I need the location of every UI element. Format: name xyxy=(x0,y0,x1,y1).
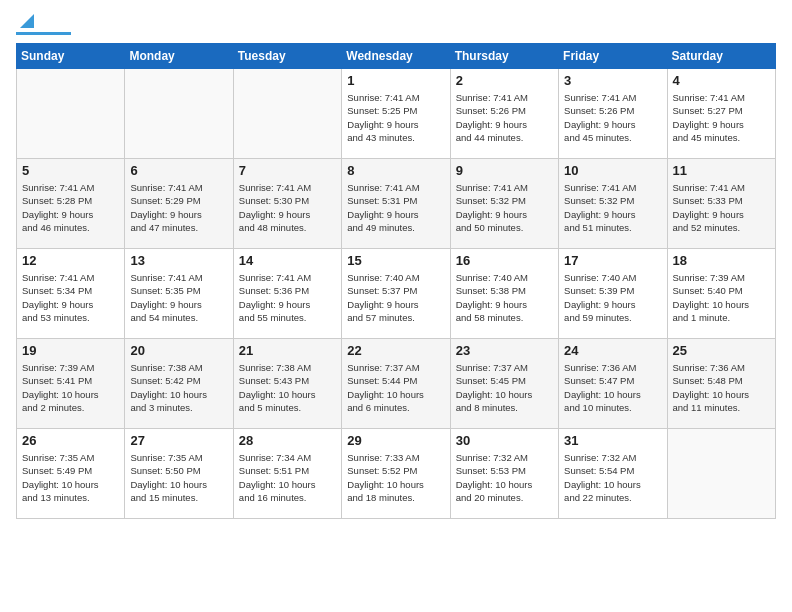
calendar-cell: 27Sunrise: 7:35 AM Sunset: 5:50 PM Dayli… xyxy=(125,429,233,519)
calendar-cell: 2Sunrise: 7:41 AM Sunset: 5:26 PM Daylig… xyxy=(450,69,558,159)
day-number: 17 xyxy=(564,253,661,268)
calendar-cell: 7Sunrise: 7:41 AM Sunset: 5:30 PM Daylig… xyxy=(233,159,341,249)
logo xyxy=(16,16,71,35)
day-number: 11 xyxy=(673,163,770,178)
day-content: Sunrise: 7:38 AM Sunset: 5:43 PM Dayligh… xyxy=(239,361,336,414)
day-number: 13 xyxy=(130,253,227,268)
day-content: Sunrise: 7:41 AM Sunset: 5:32 PM Dayligh… xyxy=(456,181,553,234)
day-content: Sunrise: 7:41 AM Sunset: 5:35 PM Dayligh… xyxy=(130,271,227,324)
svg-marker-0 xyxy=(20,14,34,28)
calendar-cell: 15Sunrise: 7:40 AM Sunset: 5:37 PM Dayli… xyxy=(342,249,450,339)
calendar-cell: 19Sunrise: 7:39 AM Sunset: 5:41 PM Dayli… xyxy=(17,339,125,429)
calendar-cell: 22Sunrise: 7:37 AM Sunset: 5:44 PM Dayli… xyxy=(342,339,450,429)
day-content: Sunrise: 7:41 AM Sunset: 5:34 PM Dayligh… xyxy=(22,271,119,324)
calendar-cell: 13Sunrise: 7:41 AM Sunset: 5:35 PM Dayli… xyxy=(125,249,233,339)
day-content: Sunrise: 7:41 AM Sunset: 5:30 PM Dayligh… xyxy=(239,181,336,234)
day-number: 31 xyxy=(564,433,661,448)
calendar-week-1: 1Sunrise: 7:41 AM Sunset: 5:25 PM Daylig… xyxy=(17,69,776,159)
day-number: 5 xyxy=(22,163,119,178)
calendar-cell: 24Sunrise: 7:36 AM Sunset: 5:47 PM Dayli… xyxy=(559,339,667,429)
calendar-week-5: 26Sunrise: 7:35 AM Sunset: 5:49 PM Dayli… xyxy=(17,429,776,519)
day-number: 9 xyxy=(456,163,553,178)
day-number: 10 xyxy=(564,163,661,178)
day-number: 6 xyxy=(130,163,227,178)
day-content: Sunrise: 7:36 AM Sunset: 5:48 PM Dayligh… xyxy=(673,361,770,414)
day-number: 19 xyxy=(22,343,119,358)
day-number: 12 xyxy=(22,253,119,268)
day-content: Sunrise: 7:41 AM Sunset: 5:26 PM Dayligh… xyxy=(564,91,661,144)
calendar-cell xyxy=(233,69,341,159)
day-content: Sunrise: 7:38 AM Sunset: 5:42 PM Dayligh… xyxy=(130,361,227,414)
calendar-cell: 10Sunrise: 7:41 AM Sunset: 5:32 PM Dayli… xyxy=(559,159,667,249)
logo-underline xyxy=(16,32,71,35)
calendar-week-4: 19Sunrise: 7:39 AM Sunset: 5:41 PM Dayli… xyxy=(17,339,776,429)
day-number: 20 xyxy=(130,343,227,358)
day-content: Sunrise: 7:40 AM Sunset: 5:37 PM Dayligh… xyxy=(347,271,444,324)
calendar-cell: 21Sunrise: 7:38 AM Sunset: 5:43 PM Dayli… xyxy=(233,339,341,429)
day-number: 25 xyxy=(673,343,770,358)
day-number: 29 xyxy=(347,433,444,448)
day-number: 26 xyxy=(22,433,119,448)
calendar-cell: 20Sunrise: 7:38 AM Sunset: 5:42 PM Dayli… xyxy=(125,339,233,429)
calendar-cell: 12Sunrise: 7:41 AM Sunset: 5:34 PM Dayli… xyxy=(17,249,125,339)
day-content: Sunrise: 7:37 AM Sunset: 5:44 PM Dayligh… xyxy=(347,361,444,414)
day-content: Sunrise: 7:34 AM Sunset: 5:51 PM Dayligh… xyxy=(239,451,336,504)
calendar-cell: 18Sunrise: 7:39 AM Sunset: 5:40 PM Dayli… xyxy=(667,249,775,339)
day-number: 21 xyxy=(239,343,336,358)
day-content: Sunrise: 7:41 AM Sunset: 5:29 PM Dayligh… xyxy=(130,181,227,234)
calendar-cell: 1Sunrise: 7:41 AM Sunset: 5:25 PM Daylig… xyxy=(342,69,450,159)
header-wednesday: Wednesday xyxy=(342,44,450,69)
day-content: Sunrise: 7:41 AM Sunset: 5:33 PM Dayligh… xyxy=(673,181,770,234)
day-content: Sunrise: 7:33 AM Sunset: 5:52 PM Dayligh… xyxy=(347,451,444,504)
calendar-cell: 29Sunrise: 7:33 AM Sunset: 5:52 PM Dayli… xyxy=(342,429,450,519)
header-tuesday: Tuesday xyxy=(233,44,341,69)
day-content: Sunrise: 7:41 AM Sunset: 5:26 PM Dayligh… xyxy=(456,91,553,144)
day-number: 22 xyxy=(347,343,444,358)
header-saturday: Saturday xyxy=(667,44,775,69)
calendar-cell: 6Sunrise: 7:41 AM Sunset: 5:29 PM Daylig… xyxy=(125,159,233,249)
day-number: 2 xyxy=(456,73,553,88)
day-content: Sunrise: 7:40 AM Sunset: 5:39 PM Dayligh… xyxy=(564,271,661,324)
day-number: 27 xyxy=(130,433,227,448)
calendar-cell xyxy=(125,69,233,159)
calendar-cell: 9Sunrise: 7:41 AM Sunset: 5:32 PM Daylig… xyxy=(450,159,558,249)
day-content: Sunrise: 7:35 AM Sunset: 5:49 PM Dayligh… xyxy=(22,451,119,504)
day-content: Sunrise: 7:39 AM Sunset: 5:41 PM Dayligh… xyxy=(22,361,119,414)
day-content: Sunrise: 7:37 AM Sunset: 5:45 PM Dayligh… xyxy=(456,361,553,414)
calendar-cell: 30Sunrise: 7:32 AM Sunset: 5:53 PM Dayli… xyxy=(450,429,558,519)
calendar-cell: 26Sunrise: 7:35 AM Sunset: 5:49 PM Dayli… xyxy=(17,429,125,519)
day-content: Sunrise: 7:40 AM Sunset: 5:38 PM Dayligh… xyxy=(456,271,553,324)
calendar-cell: 3Sunrise: 7:41 AM Sunset: 5:26 PM Daylig… xyxy=(559,69,667,159)
calendar-cell: 14Sunrise: 7:41 AM Sunset: 5:36 PM Dayli… xyxy=(233,249,341,339)
calendar-week-2: 5Sunrise: 7:41 AM Sunset: 5:28 PM Daylig… xyxy=(17,159,776,249)
calendar-cell: 5Sunrise: 7:41 AM Sunset: 5:28 PM Daylig… xyxy=(17,159,125,249)
calendar-table: SundayMondayTuesdayWednesdayThursdayFrid… xyxy=(16,43,776,519)
day-number: 23 xyxy=(456,343,553,358)
calendar-cell: 8Sunrise: 7:41 AM Sunset: 5:31 PM Daylig… xyxy=(342,159,450,249)
day-number: 15 xyxy=(347,253,444,268)
day-content: Sunrise: 7:36 AM Sunset: 5:47 PM Dayligh… xyxy=(564,361,661,414)
header-thursday: Thursday xyxy=(450,44,558,69)
calendar-cell: 23Sunrise: 7:37 AM Sunset: 5:45 PM Dayli… xyxy=(450,339,558,429)
day-content: Sunrise: 7:41 AM Sunset: 5:36 PM Dayligh… xyxy=(239,271,336,324)
calendar-header-row: SundayMondayTuesdayWednesdayThursdayFrid… xyxy=(17,44,776,69)
day-number: 3 xyxy=(564,73,661,88)
logo-icon xyxy=(18,12,36,30)
day-number: 4 xyxy=(673,73,770,88)
day-content: Sunrise: 7:41 AM Sunset: 5:25 PM Dayligh… xyxy=(347,91,444,144)
calendar-cell: 11Sunrise: 7:41 AM Sunset: 5:33 PM Dayli… xyxy=(667,159,775,249)
day-content: Sunrise: 7:41 AM Sunset: 5:32 PM Dayligh… xyxy=(564,181,661,234)
day-number: 1 xyxy=(347,73,444,88)
calendar-week-3: 12Sunrise: 7:41 AM Sunset: 5:34 PM Dayli… xyxy=(17,249,776,339)
calendar-cell: 17Sunrise: 7:40 AM Sunset: 5:39 PM Dayli… xyxy=(559,249,667,339)
day-number: 24 xyxy=(564,343,661,358)
day-content: Sunrise: 7:39 AM Sunset: 5:40 PM Dayligh… xyxy=(673,271,770,324)
calendar-cell xyxy=(17,69,125,159)
calendar-cell: 28Sunrise: 7:34 AM Sunset: 5:51 PM Dayli… xyxy=(233,429,341,519)
day-number: 14 xyxy=(239,253,336,268)
page-header xyxy=(16,16,776,35)
header-monday: Monday xyxy=(125,44,233,69)
day-number: 16 xyxy=(456,253,553,268)
day-number: 18 xyxy=(673,253,770,268)
day-content: Sunrise: 7:32 AM Sunset: 5:53 PM Dayligh… xyxy=(456,451,553,504)
